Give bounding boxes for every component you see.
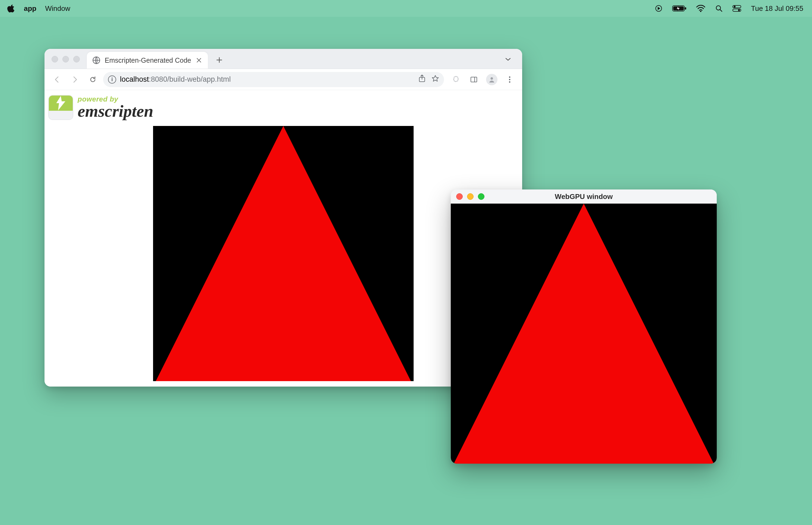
tab-overflow-chevron-icon[interactable] (504, 55, 512, 63)
sidepanel-icon[interactable] (466, 72, 481, 87)
menubar-clock[interactable]: Tue 18 Jul 09:55 (751, 4, 803, 13)
url-text: localhost:8080/build-web/app.html (120, 75, 231, 84)
menubar-left: app Window (7, 4, 70, 13)
browser-titlebar: Emscripten-Generated Code (45, 49, 522, 69)
battery-icon[interactable] (672, 5, 686, 12)
apple-logo-icon[interactable] (7, 4, 15, 13)
tab-close-icon[interactable] (195, 57, 202, 64)
minimize-window-button[interactable] (467, 193, 474, 200)
browser-page-content: powered by emscripten (45, 90, 522, 387)
red-triangle-shape (153, 126, 414, 381)
emscripten-logo-icon (48, 95, 73, 120)
emscripten-text: powered by emscripten (78, 95, 153, 119)
svg-point-25 (509, 79, 510, 80)
menubar-item-window[interactable]: Window (45, 4, 70, 13)
svg-marker-27 (56, 96, 65, 110)
traffic-lights-inactive[interactable] (51, 56, 80, 62)
zoom-window-button[interactable] (478, 193, 485, 200)
extensions-icon[interactable] (448, 72, 463, 87)
spotlight-search-icon[interactable] (715, 5, 723, 12)
close-window-button[interactable] (456, 193, 463, 200)
svg-point-6 (700, 11, 701, 12)
toolbar-right-actions (448, 72, 517, 87)
red-triangle-shape (451, 204, 717, 464)
close-window-dot[interactable] (51, 56, 58, 62)
svg-point-24 (509, 76, 510, 78)
screen-record-icon[interactable] (655, 5, 662, 12)
svg-marker-1 (658, 7, 660, 10)
svg-point-12 (738, 10, 740, 11)
browser-toolbar: i localhost:8080/build-web/app.html (45, 69, 522, 90)
native-app-window: WebGPU window (451, 190, 717, 464)
nav-back-button[interactable] (49, 72, 65, 87)
tab-title: Emscripten-Generated Code (105, 57, 191, 64)
nav-forward-button[interactable] (67, 72, 82, 87)
macos-menubar: app Window Tue 18 Jul 09:55 (0, 0, 812, 17)
traffic-lights-active[interactable] (456, 193, 485, 200)
webgl-canvas[interactable] (153, 126, 414, 381)
svg-marker-20 (432, 75, 439, 81)
minimize-window-dot[interactable] (62, 56, 69, 62)
address-bar[interactable]: i localhost:8080/build-web/app.html (103, 72, 444, 87)
url-path: :8080/build-web/app.html (149, 75, 231, 83)
svg-point-23 (491, 77, 493, 79)
globe-favicon-icon (92, 56, 101, 64)
url-host: localhost (120, 75, 149, 83)
addressbar-actions (418, 74, 439, 85)
svg-rect-3 (685, 7, 686, 10)
zoom-window-dot[interactable] (73, 56, 80, 62)
profile-avatar[interactable] (484, 72, 499, 87)
wifi-icon[interactable] (696, 5, 705, 12)
browser-window: Emscripten-Generated Code i localhost:80… (45, 49, 522, 387)
native-window-title: WebGPU window (555, 193, 613, 201)
browser-tab[interactable]: Emscripten-Generated Code (87, 52, 208, 69)
emscripten-wordmark: emscripten (78, 103, 153, 119)
bookmark-star-icon[interactable] (431, 75, 439, 84)
svg-rect-21 (471, 77, 477, 82)
svg-line-8 (720, 10, 722, 11)
kebab-menu-icon[interactable] (502, 72, 517, 87)
menubar-right: Tue 18 Jul 09:55 (655, 4, 803, 13)
native-titlebar: WebGPU window (451, 190, 717, 204)
emscripten-banner: powered by emscripten (48, 95, 518, 122)
svg-point-26 (509, 81, 510, 82)
nav-reload-button[interactable] (85, 72, 101, 87)
menubar-app-name[interactable]: app (24, 4, 36, 13)
svg-point-10 (734, 6, 735, 7)
share-icon[interactable] (418, 74, 426, 85)
control-center-icon[interactable] (733, 5, 741, 12)
new-tab-button[interactable] (212, 52, 227, 68)
site-info-icon[interactable]: i (108, 75, 116, 84)
native-canvas[interactable] (451, 204, 717, 464)
